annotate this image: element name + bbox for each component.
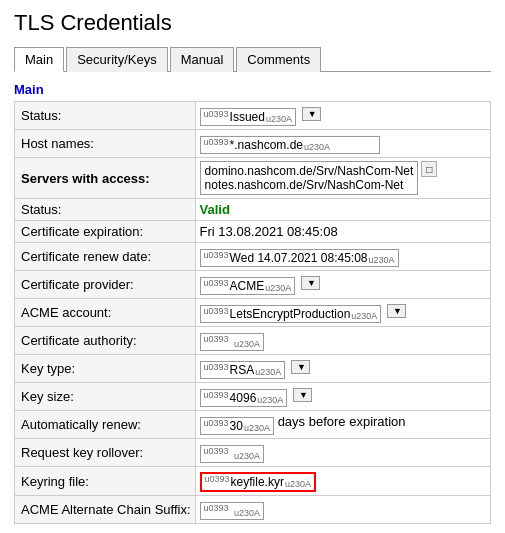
cell-acme-account: LetsEncryptProduction ▼ <box>195 299 490 327</box>
label-acme-chain: ACME Alternate Chain Suffix: <box>15 496 196 524</box>
chevron-down-icon: ▼ <box>307 278 316 288</box>
cell-cert-provider: ACME ▼ <box>195 271 490 299</box>
label-acme-account: ACME account: <box>15 299 196 327</box>
row-cert-renew: Certificate renew date: Wed 14.07.2021 0… <box>15 243 491 271</box>
cell-keyring: keyfile.kyr <box>195 467 490 496</box>
label-key-size: Key size: <box>15 383 196 411</box>
servers-expand-button[interactable]: □ <box>421 161 437 177</box>
row-keyring: Keyring file: keyfile.kyr <box>15 467 491 496</box>
row-auto-renew: Automatically renew: 30 days before expi… <box>15 411 491 439</box>
dropdown-key-size[interactable]: ▼ <box>293 388 312 402</box>
cell-key-type: RSA ▼ <box>195 355 490 383</box>
field-cert-authority[interactable] <box>200 333 264 351</box>
label-cert-provider: Certificate provider: <box>15 271 196 299</box>
server-item: notes.nashcom.de/Srv/NashCom-Net <box>205 178 414 192</box>
chevron-down-icon: ▼ <box>297 362 306 372</box>
auto-renew-suffix: days before expiration <box>278 414 406 429</box>
cell-status-valid: Valid <box>195 199 490 221</box>
tab-bar: Main Security/Keys Manual Comments <box>14 46 491 72</box>
label-cert-renew: Certificate renew date: <box>15 243 196 271</box>
dropdown-status[interactable]: ▼ <box>302 107 321 121</box>
row-cert-provider: Certificate provider: ACME ▼ <box>15 271 491 299</box>
label-keyring: Keyring file: <box>15 467 196 496</box>
chevron-down-icon: ▼ <box>393 306 402 316</box>
field-key-rollover[interactable] <box>200 445 264 463</box>
page-container: TLS Credentials Main Security/Keys Manua… <box>0 0 505 533</box>
field-keyring[interactable]: keyfile.kyr <box>200 472 316 492</box>
dropdown-key-type[interactable]: ▼ <box>291 360 310 374</box>
servers-box: domino.nashcom.de/Srv/NashCom-Net notes.… <box>200 161 486 195</box>
chevron-down-icon: ▼ <box>299 390 308 400</box>
section-title: Main <box>14 82 491 97</box>
tab-security-keys[interactable]: Security/Keys <box>66 47 167 72</box>
cell-servers: domino.nashcom.de/Srv/NashCom-Net notes.… <box>195 158 490 199</box>
row-acme-chain: ACME Alternate Chain Suffix: <box>15 496 491 524</box>
tab-comments[interactable]: Comments <box>236 47 321 72</box>
status-valid-text: Valid <box>200 202 230 217</box>
field-acme-account[interactable]: LetsEncryptProduction <box>200 305 382 323</box>
label-auto-renew: Automatically renew: <box>15 411 196 439</box>
label-hostnames: Host names: <box>15 130 196 158</box>
field-cert-renew[interactable]: Wed 14.07.2021 08:45:08 <box>200 249 399 267</box>
row-acme-account: ACME account: LetsEncryptProduction ▼ <box>15 299 491 327</box>
chevron-down-icon: ▼ <box>308 109 317 119</box>
label-cert-expiry: Certificate expiration: <box>15 221 196 243</box>
label-status: Status: <box>15 102 196 130</box>
cell-status: Issued ▼ <box>195 102 490 130</box>
label-cert-authority: Certificate authority: <box>15 327 196 355</box>
row-cert-expiry: Certificate expiration: Fri 13.08.2021 0… <box>15 221 491 243</box>
label-key-type: Key type: <box>15 355 196 383</box>
field-acme-chain[interactable] <box>200 502 264 520</box>
form-table: Status: Issued ▼ Host names: *.nashcom.d… <box>14 101 491 524</box>
field-cert-provider[interactable]: ACME <box>200 277 296 295</box>
row-key-rollover: Request key rollover: <box>15 439 491 467</box>
cell-hostnames: *.nashcom.de <box>195 130 490 158</box>
row-servers: Servers with access: domino.nashcom.de/S… <box>15 158 491 199</box>
row-cert-authority: Certificate authority: <box>15 327 491 355</box>
cell-cert-expiry: Fri 13.08.2021 08:45:08 <box>195 221 490 243</box>
field-hostnames[interactable]: *.nashcom.de <box>200 136 380 154</box>
label-key-rollover: Request key rollover: <box>15 439 196 467</box>
row-status-valid: Status: Valid <box>15 199 491 221</box>
label-servers: Servers with access: <box>15 158 196 199</box>
cell-key-size: 4096 ▼ <box>195 383 490 411</box>
label-status-2: Status: <box>15 199 196 221</box>
cert-expiry-value: Fri 13.08.2021 08:45:08 <box>200 224 338 239</box>
tab-manual[interactable]: Manual <box>170 47 235 72</box>
cell-cert-renew: Wed 14.07.2021 08:45:08 <box>195 243 490 271</box>
field-auto-renew[interactable]: 30 <box>200 417 274 435</box>
field-status[interactable]: Issued <box>200 108 296 126</box>
row-hostnames: Host names: *.nashcom.de <box>15 130 491 158</box>
field-key-type[interactable]: RSA <box>200 361 286 379</box>
cell-acme-chain <box>195 496 490 524</box>
server-item: domino.nashcom.de/Srv/NashCom-Net <box>205 164 414 178</box>
field-key-size[interactable]: 4096 <box>200 389 288 407</box>
row-status: Status: Issued ▼ <box>15 102 491 130</box>
dropdown-cert-provider[interactable]: ▼ <box>301 276 320 290</box>
cell-key-rollover <box>195 439 490 467</box>
tab-main[interactable]: Main <box>14 47 64 72</box>
cell-cert-authority <box>195 327 490 355</box>
row-key-size: Key size: 4096 ▼ <box>15 383 491 411</box>
server-list[interactable]: domino.nashcom.de/Srv/NashCom-Net notes.… <box>200 161 419 195</box>
row-key-type: Key type: RSA ▼ <box>15 355 491 383</box>
page-title: TLS Credentials <box>14 10 491 36</box>
cell-auto-renew: 30 days before expiration <box>195 411 490 439</box>
dropdown-acme-account[interactable]: ▼ <box>387 304 406 318</box>
